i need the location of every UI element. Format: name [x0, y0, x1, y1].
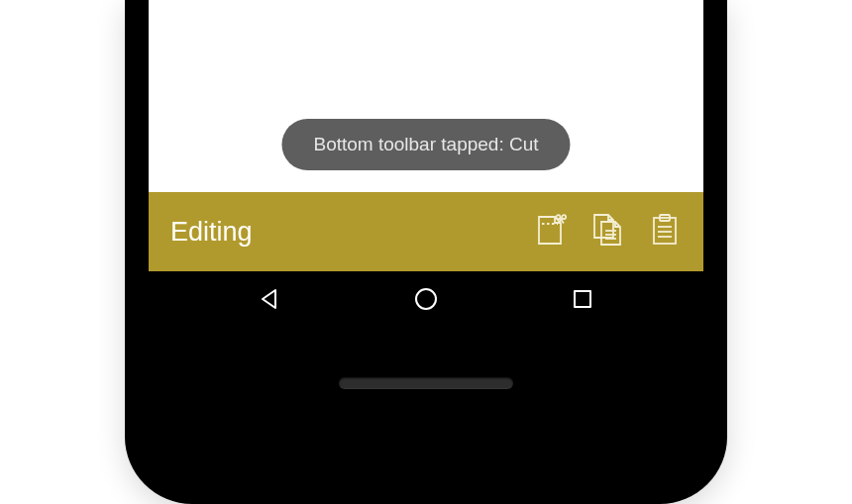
- nav-back-button[interactable]: [256, 287, 283, 315]
- svg-rect-5: [575, 291, 590, 307]
- cut-button[interactable]: [533, 215, 567, 249]
- nav-recent-button[interactable]: [569, 287, 596, 315]
- copy-icon: [590, 213, 624, 251]
- nav-home-button[interactable]: [412, 287, 440, 315]
- svg-point-4: [416, 289, 436, 309]
- home-circle-icon: [413, 286, 439, 316]
- recent-square-icon: [572, 288, 593, 314]
- back-triangle-icon: [258, 287, 281, 315]
- toolbar-title: Editing: [170, 217, 533, 248]
- cut-icon: [533, 213, 567, 251]
- paste-icon: [648, 213, 682, 251]
- paste-button[interactable]: [648, 215, 682, 249]
- screen: Bottom toolbar tapped: Cut Editing: [149, 0, 703, 330]
- phone-speaker: [339, 377, 513, 389]
- bottom-toolbar: Editing: [149, 192, 703, 271]
- phone-frame: Bottom toolbar tapped: Cut Editing: [125, 0, 727, 504]
- system-nav-bar: [149, 271, 703, 330]
- phone-chin: [149, 330, 703, 504]
- content-area: Bottom toolbar tapped: Cut: [149, 0, 703, 192]
- toolbar-actions: [533, 215, 682, 249]
- toast-message: Bottom toolbar tapped: Cut: [281, 119, 570, 170]
- copy-button[interactable]: [590, 215, 624, 249]
